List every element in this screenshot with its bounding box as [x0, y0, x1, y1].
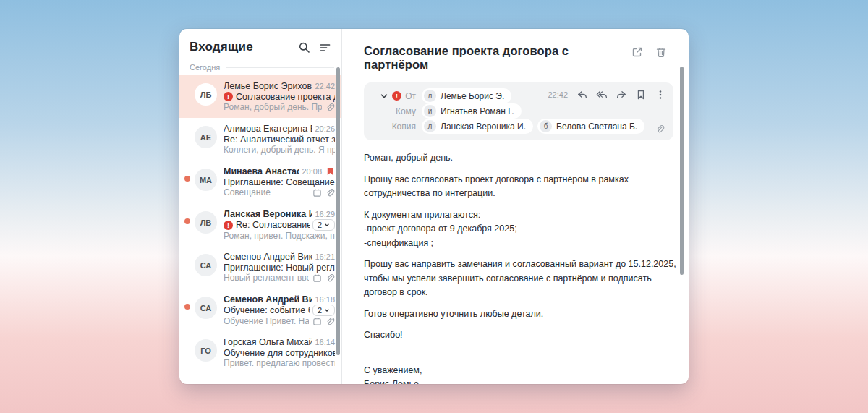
message-scrollbar[interactable] — [680, 67, 684, 275]
thread-count: 2 — [318, 306, 322, 315]
email-row-line2: ! Обучение: событие было … 2 — [224, 305, 335, 316]
sender-name: Минаева Анастасия Д… — [224, 166, 299, 176]
collapse-chevron-icon[interactable] — [380, 92, 388, 101]
email-time: 20:08 — [302, 167, 322, 176]
open-in-new-icon[interactable] — [631, 46, 643, 58]
email-row-line2: ! Re: Согласование доку… 2 — [224, 219, 335, 231]
email-time: 16:21 — [315, 252, 335, 261]
list-item[interactable]: АЕ Алимова Екатерина Витал… 20:26 ! Re: … — [179, 118, 341, 161]
contact-chip-cc[interactable]: б Белова Светлана Б. — [537, 119, 644, 134]
list-item[interactable]: СА Семенов Андрей Викторо… 16:21 ! Пригл… — [179, 246, 341, 289]
list-item[interactable]: МА Минаева Анастасия Д… 20:08 ! Приглаше… — [179, 161, 341, 203]
message-title: Согласование проекта договора с партнёро… — [364, 44, 670, 72]
email-time: 20:26 — [315, 124, 335, 133]
email-snippet: Обучение Привет. Назнач… — [224, 316, 309, 326]
avatar: АЕ — [195, 126, 217, 148]
contact-chip-from[interactable]: л Лемье Борис Э. — [422, 88, 511, 103]
more-icon[interactable] — [655, 89, 666, 101]
important-icon: ! — [392, 91, 401, 101]
email-subject: Приглашение: Новый регламент — [224, 263, 335, 273]
avatar: ГО — [195, 339, 217, 362]
calendar-icon — [312, 188, 322, 197]
cc-label: Копия — [392, 122, 416, 132]
email-row-line2: ! Приглашение: Новый регламент — [224, 263, 335, 273]
chip-avatar: л — [424, 120, 436, 132]
message-body: Роман, добрый день.Прошу вас согласовать… — [364, 151, 676, 384]
reply-icon[interactable] — [576, 89, 588, 101]
folder-title: Входящие — [190, 40, 289, 54]
sender-name: Горская Ольга Михайловна — [224, 337, 312, 347]
contact-name: Игнатьев Роман Г. — [441, 106, 514, 116]
unread-dot-column — [179, 294, 195, 325]
unread-dot-icon — [184, 304, 190, 310]
thread-count: 2 — [318, 221, 322, 229]
inbox-sidebar: Входящие Сегодня ЛБ Лемье Борис Эрихович… — [179, 29, 342, 384]
svg-text:!: ! — [227, 93, 229, 101]
email-snippet: Роман, привет. Подскажи, пожа… — [224, 231, 335, 241]
delete-icon[interactable] — [655, 46, 667, 58]
filter-icon[interactable] — [319, 41, 331, 54]
meta-row-from: ! От л Лемье Борис Э. 22:42 — [373, 88, 665, 103]
message-actions: 22:42 — [548, 89, 666, 101]
contact-chip-to[interactable]: и Игнатьев Роман Г. — [422, 103, 522, 119]
forward-icon[interactable] — [616, 89, 627, 101]
email-row-content: Горская Ольга Михайловна 16:14 ! Обучени… — [224, 337, 335, 368]
email-snippet: Новый регламент вводим … — [224, 273, 309, 283]
mail-app-window: Входящие Сегодня ЛБ Лемье Борис Эрихович… — [179, 29, 689, 384]
calendar-icon — [312, 317, 322, 326]
sidebar-scrollbar[interactable] — [336, 67, 340, 355]
unread-dot-column — [179, 209, 195, 240]
email-row-line3: Обучение Привет. Назнач… — [224, 316, 335, 326]
thread-count-badge[interactable]: 2 — [312, 305, 335, 316]
bookmark-outline-icon[interactable] — [635, 89, 647, 101]
paperclip-icon — [326, 317, 335, 326]
important-icon: ! — [224, 221, 233, 230]
contact-chip-cc[interactable]: л Ланская Вероника И. — [422, 119, 533, 134]
search-icon[interactable] — [298, 41, 310, 54]
email-row-line3: Роман, привет. Подскажи, пожа… — [224, 231, 335, 241]
chip-avatar: б — [540, 120, 552, 132]
email-subject: Обучение: событие было … — [224, 305, 310, 315]
email-time: 22:42 — [315, 82, 335, 90]
avatar: СА — [195, 297, 217, 319]
email-snippet: Совещание — [224, 187, 309, 197]
contact-name: Белова Светлана Б. — [556, 122, 637, 132]
paperclip-icon — [326, 188, 335, 197]
email-row-content: Семенов Андрей Викторо… 16:18 ! Обучение… — [224, 294, 335, 325]
email-subject: Согласование проекта догов… — [236, 92, 335, 102]
date-section: Сегодня — [179, 61, 341, 75]
email-row-line2: ! Согласование проекта догов… — [224, 92, 335, 102]
sender-name: Семенов Андрей Викторо… — [224, 294, 312, 305]
chevron-down-icon — [324, 222, 330, 228]
sidebar-header: Входящие — [179, 29, 341, 61]
paperclip-icon — [326, 273, 335, 283]
body-paragraph: Готов оперативно уточнить любые детали. — [364, 307, 676, 322]
svg-text:!: ! — [396, 93, 398, 100]
list-item[interactable]: ЛБ Лемье Борис Эрихович 22:42 ! Согласов… — [179, 75, 341, 118]
body-paragraph: Прошу вас согласовать проект договора с … — [364, 173, 676, 201]
list-item[interactable]: ЛВ Ланская Вероника Игорев… 16:29 ! Re: … — [179, 203, 341, 246]
email-row-line1: Семенов Андрей Викторо… 16:18 — [224, 294, 335, 305]
email-row-line2: ! Re: Аналитический отчет за 202… — [224, 135, 335, 145]
message-panel: Согласование проекта договора с партнёро… — [342, 29, 689, 384]
reply-all-icon[interactable] — [596, 89, 608, 101]
list-item[interactable]: СА Семенов Андрей Викторо… 16:18 ! Обуче… — [179, 289, 341, 331]
email-snippet: Привет. предлагаю провести но… — [224, 358, 335, 368]
email-row-content: Лемье Борис Эрихович 22:42 ! Согласовани… — [224, 81, 335, 112]
important-icon: ! — [224, 92, 233, 101]
list-item[interactable]: ГО Горская Ольга Михайловна 16:14 ! Обуч… — [179, 331, 341, 374]
email-row-line3: Привет. предлагаю провести но… — [224, 358, 335, 368]
thread-count-badge[interactable]: 2 — [312, 219, 335, 231]
bookmark-icon — [326, 166, 335, 176]
email-row-line1: Ланская Вероника Игорев… 16:29 — [224, 209, 335, 219]
unread-dot-column — [179, 252, 195, 283]
chip-avatar: л — [424, 90, 436, 102]
avatar: ЛБ — [195, 83, 217, 106]
email-row-line3: Роман, добрый день. Прошу … — [224, 102, 335, 112]
calendar-icon — [312, 273, 322, 283]
email-row-line3: Коллеги, добрый день. Я предла… — [224, 145, 335, 155]
unread-dot-column — [179, 124, 195, 155]
body-paragraph: Прошу вас направить замечания и согласов… — [364, 257, 676, 300]
avatar: СА — [195, 254, 217, 276]
email-row-line3: Совещание — [224, 187, 335, 197]
